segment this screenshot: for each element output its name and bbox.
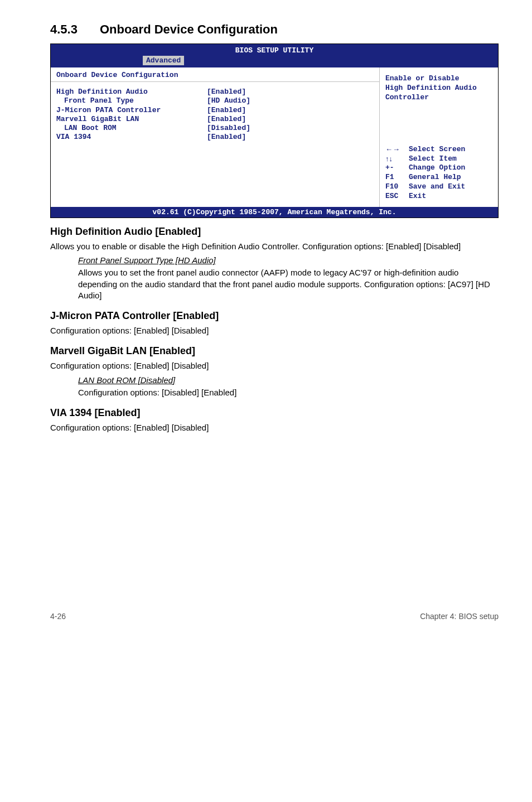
bios-item: VIA 1394 [Enabled] [56, 133, 374, 142]
doc-subsection: Front Panel Support Type [HD Audio] Allo… [78, 255, 499, 301]
bios-item-label: LAN Boot ROM [56, 124, 207, 133]
doc-heading: High Definition Audio [Enabled] [50, 226, 499, 238]
bios-item: High Definition Audio [Enabled] [56, 88, 374, 96]
bios-screenshot: BIOS SETUP UTILITY Advanced Onboard Devi… [50, 44, 499, 218]
bios-item-value: [Enabled] [207, 88, 246, 96]
doc-subsection-title: Front Panel Support Type [HD Audio] [78, 255, 499, 265]
bios-key-legend: ←→ Select Screen ↑↓ Select Item +- Chang… [385, 145, 492, 201]
bios-help-line: Enable or Disable [385, 74, 492, 84]
bios-item-value: [Disabled] [207, 124, 250, 133]
bios-item: Marvell GigaBit LAN [Enabled] [56, 115, 374, 124]
bios-item-label: J-Micron PATA Controller [56, 106, 207, 115]
bios-key-desc: Save and Exit [409, 182, 465, 192]
bios-key-desc: Select Screen [409, 145, 465, 154]
doc-subsection-title: LAN Boot ROM [Disabled] [78, 375, 499, 385]
doc-block-hda: High Definition Audio [Enabled] Allows y… [50, 226, 499, 301]
bios-key-row: +- Change Option [385, 163, 492, 173]
page-footer: 4-26 Chapter 4: BIOS setup [50, 612, 499, 621]
bios-item-value: [HD Audio] [207, 96, 250, 105]
doc-block-via: VIA 1394 [Enabled] Configuration options… [50, 407, 499, 433]
bios-item: J-Micron PATA Controller [Enabled] [56, 106, 374, 115]
bios-item-label: High Definition Audio [56, 88, 207, 96]
doc-paragraph: Configuration options: [Disabled] [Enabl… [78, 387, 499, 398]
bios-key-desc: Select Item [409, 154, 457, 164]
bios-help-line: Controller [385, 93, 492, 103]
doc-heading: Marvell GigaBit LAN [Enabled] [50, 345, 499, 357]
bios-key: ESC [385, 192, 409, 201]
bios-footer: v02.61 (C)Copyright 1985-2007, American … [51, 207, 498, 218]
bios-top-bar: BIOS SETUP UTILITY Advanced [51, 44, 498, 67]
bios-key: +- [385, 163, 409, 173]
section-name: Onboard Device Configuration [100, 22, 278, 36]
section-heading: 4.5.3Onboard Device Configuration [50, 22, 499, 37]
bios-key-row: ↑↓ Select Item [385, 154, 492, 164]
bios-left-header: Onboard Device Configuration [51, 67, 379, 82]
bios-item: LAN Boot ROM [Disabled] [56, 124, 374, 133]
bios-key-desc: General Help [409, 173, 461, 182]
doc-block-jmicron: J-Micron PATA Controller [Enabled] Confi… [50, 310, 499, 336]
doc-heading: J-Micron PATA Controller [Enabled] [50, 310, 499, 322]
doc-paragraph: Configuration options: [Enabled] [Disabl… [50, 325, 499, 336]
bios-key-row: ←→ Select Screen [385, 145, 492, 154]
bios-key-desc: Change Option [409, 163, 465, 173]
bios-utility-label: BIOS SETUP UTILITY [51, 46, 498, 55]
bios-tab-advanced: Advanced [143, 56, 184, 65]
bios-right-panel: Enable or Disable High Definition Audio … [380, 67, 498, 207]
bios-key: ←→ [385, 145, 409, 154]
bios-item-label: VIA 1394 [56, 133, 207, 142]
doc-paragraph: Configuration options: [Enabled] [Disabl… [50, 422, 499, 433]
bios-left-panel: Onboard Device Configuration High Defini… [51, 67, 380, 207]
bios-item-label: Marvell GigaBit LAN [56, 115, 207, 124]
chapter-label: Chapter 4: BIOS setup [420, 612, 499, 621]
bios-item: Front Panel Type [HD Audio] [56, 96, 374, 105]
bios-key-row: F1 General Help [385, 173, 492, 182]
doc-paragraph: Allows you to set the front panel audio … [78, 267, 499, 301]
doc-paragraph: Allows you to enable or disable the High… [50, 241, 499, 252]
page-number: 4-26 [50, 612, 66, 621]
bios-key-row: F10 Save and Exit [385, 182, 492, 192]
bios-key: F10 [385, 182, 409, 192]
bios-help-line: High Definition Audio [385, 84, 492, 93]
bios-item-label: Front Panel Type [56, 96, 207, 105]
doc-heading: VIA 1394 [Enabled] [50, 407, 499, 419]
bios-key-row: ESC Exit [385, 192, 492, 201]
bios-help-text: Enable or Disable High Definition Audio … [385, 74, 492, 103]
bios-item-value: [Enabled] [207, 133, 246, 142]
bios-key-desc: Exit [409, 192, 426, 201]
doc-subsection: LAN Boot ROM [Disabled] Configuration op… [78, 375, 499, 398]
doc-block-marvell: Marvell GigaBit LAN [Enabled] Configurat… [50, 345, 499, 398]
bios-key: F1 [385, 173, 409, 182]
bios-key: ↑↓ [385, 154, 409, 164]
bios-item-value: [Enabled] [207, 115, 246, 124]
doc-paragraph: Configuration options: [Enabled] [Disabl… [50, 360, 499, 371]
section-number: 4.5.3 [50, 22, 78, 37]
bios-item-value: [Enabled] [207, 106, 246, 115]
